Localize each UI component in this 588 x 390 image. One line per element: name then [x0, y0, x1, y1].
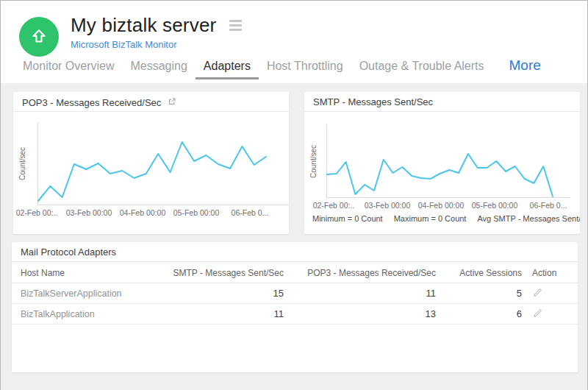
cell-pop3: 11	[284, 288, 436, 299]
x-axis-tick: 02-Feb 00:..	[16, 208, 58, 217]
cell-active-sessions: 6	[436, 308, 522, 319]
pop3-y-axis-label: Count/sec	[18, 122, 26, 205]
tab-bar: Monitor Overview Messaging Adapters Host…	[15, 54, 580, 79]
external-link-icon[interactable]	[168, 92, 176, 112]
monitor-status-up-icon	[19, 17, 59, 57]
x-axis-tick: 04-Feb 00:00	[120, 208, 165, 217]
x-axis-tick: 05-Feb 00:00	[472, 201, 517, 210]
cell-smtp: 11	[146, 308, 284, 319]
pop3-chart-title: POP3 - Messages Received/Sec	[22, 97, 161, 108]
app-window: My biztalk server Microsoft BizTalk Moni…	[0, 0, 588, 390]
table-row: BizTalkServerApplication 15 11 5	[12, 283, 578, 304]
edit-icon[interactable]	[532, 287, 543, 298]
menu-icon[interactable]	[228, 18, 243, 32]
stat-average: Avg SMTP - Messages Sent/Sec = 0 Count	[477, 214, 580, 223]
tab-adapters[interactable]: Adapters	[196, 55, 259, 79]
table-header-row: Host Name SMTP - Messages Sent/Sec POP3 …	[12, 263, 578, 283]
dashboard-content: POP3 - Messages Received/Sec Count/sec 0…	[1, 83, 587, 390]
tab-more[interactable]: More	[501, 53, 549, 81]
x-axis-tick: 02-Feb 00:..	[313, 201, 355, 210]
tab-monitor-overview[interactable]: Monitor Overview	[15, 55, 122, 79]
pop3-chart-panel: POP3 - Messages Received/Sec Count/sec 0…	[13, 92, 289, 234]
up-arrow-icon	[29, 27, 49, 46]
mail-protocol-adapters-panel: Mail Protocol Adapters Host Name SMTP - …	[12, 242, 578, 372]
table-title: Mail Protocol Adapters	[21, 247, 116, 258]
monitor-type-link[interactable]: Microsoft BizTalk Monitor	[71, 39, 176, 50]
cell-pop3: 13	[284, 308, 436, 319]
monitor-header: My biztalk server Microsoft BizTalk Moni…	[1, 1, 587, 54]
smtp-y-axis-label: Count/sec	[309, 124, 318, 198]
smtp-chart-title: SMTP - Messages Sent/Sec	[313, 96, 433, 107]
cell-host-name: BizTalkServerApplication	[21, 288, 146, 299]
x-axis-tick: 05-Feb 00:00	[173, 208, 219, 217]
x-axis-tick: 06-Feb 0...	[232, 208, 269, 217]
col-smtp: SMTP - Messages Sent/Sec	[146, 268, 284, 278]
col-pop3: POP3 - Messages Received/Sec	[284, 268, 436, 278]
pop3-line-chart	[38, 122, 266, 205]
smtp-line-chart	[327, 124, 553, 198]
col-action: Action	[522, 268, 569, 278]
stat-minimum: Minimum = 0 Count	[312, 214, 383, 223]
stat-maximum: Maximum = 0 Count	[394, 214, 467, 223]
x-axis-tick: 06-Feb 0...	[530, 201, 567, 210]
col-active-sessions: Active Sessions	[436, 268, 522, 278]
cell-active-sessions: 5	[436, 288, 522, 299]
edit-icon[interactable]	[532, 308, 543, 319]
tab-host-throttling[interactable]: Host Throttling	[259, 55, 351, 79]
table-row: BizTalkApplication 11 13 6	[12, 304, 578, 325]
smtp-stats-row: Minimum = 0 Count Maximum = 0 Count Avg …	[312, 214, 577, 223]
col-host-name: Host Name	[21, 268, 146, 278]
tab-messaging[interactable]: Messaging	[122, 55, 195, 79]
x-axis-tick: 04-Feb 00:00	[418, 201, 464, 210]
smtp-chart-panel: SMTP - Messages Sent/Sec Count/sec 02-Fe…	[304, 92, 580, 234]
x-axis-tick: 03-Feb 00:00	[365, 201, 410, 210]
cell-host-name: BizTalkApplication	[21, 309, 146, 319]
cell-smtp: 15	[146, 288, 284, 299]
tab-outage-trouble-alerts[interactable]: Outage & Trouble Alerts	[351, 55, 492, 79]
page-title: My biztalk server	[71, 14, 216, 37]
x-axis-tick: 03-Feb 00:00	[66, 208, 112, 217]
